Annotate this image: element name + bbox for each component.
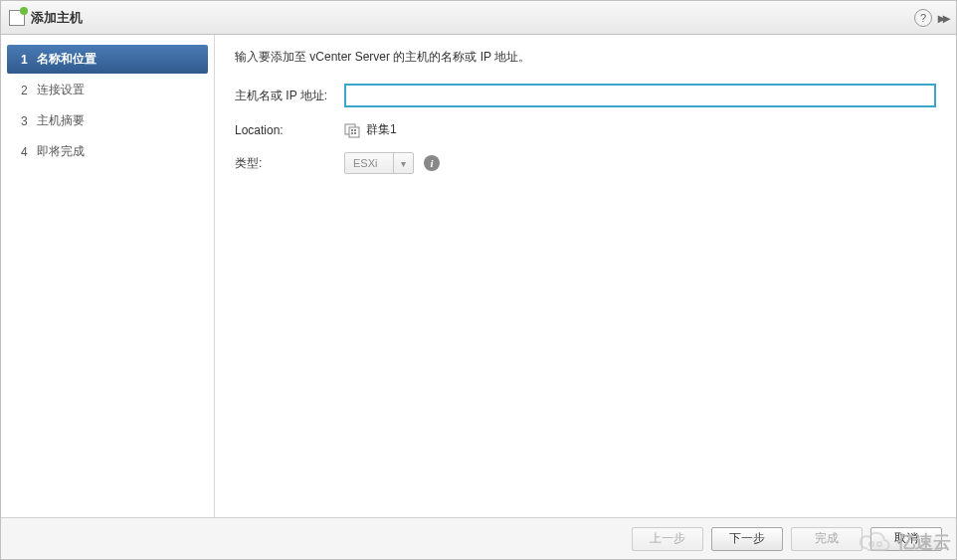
- wizard-step-summary[interactable]: 3 主机摘要: [7, 106, 208, 135]
- wizard-content: 输入要添加至 vCenter Server 的主机的名称或 IP 地址。 主机名…: [215, 35, 956, 517]
- svg-rect-4: [351, 132, 353, 134]
- step-number: 1: [21, 53, 37, 67]
- host-icon: [9, 10, 25, 26]
- svg-rect-5: [354, 132, 356, 134]
- hostname-input[interactable]: [344, 84, 936, 107]
- location-label: Location:: [235, 123, 344, 137]
- wizard-step-connection[interactable]: 2 连接设置: [7, 76, 208, 104]
- info-icon[interactable]: i: [424, 155, 440, 171]
- finish-button[interactable]: 完成: [791, 527, 862, 551]
- cancel-button[interactable]: 取消: [870, 527, 942, 551]
- cluster-icon: [344, 122, 360, 138]
- step-label: 连接设置: [37, 82, 85, 98]
- step-number: 3: [21, 114, 37, 128]
- step-number: 4: [21, 145, 37, 159]
- wizard-step-finish[interactable]: 4 即将完成: [7, 137, 208, 166]
- next-button[interactable]: 下一步: [711, 527, 783, 551]
- step-number: 2: [21, 84, 37, 97]
- titlebar-controls: ? ▸▸: [914, 9, 948, 27]
- step-label: 名称和位置: [37, 51, 96, 68]
- expand-icon[interactable]: ▸▸: [938, 10, 948, 26]
- wizard-sidebar: 1 名称和位置 2 连接设置 3 主机摘要 4 即将完成: [1, 35, 215, 517]
- location-row: Location: 群集1: [235, 121, 936, 138]
- dialog-body: 1 名称和位置 2 连接设置 3 主机摘要 4 即将完成 输入要添加至 vCen…: [1, 35, 956, 517]
- step-label: 即将完成: [37, 143, 85, 160]
- add-host-dialog: 添加主机 ? ▸▸ 1 名称和位置 2 连接设置 3 主机摘要 4 即将完成: [0, 0, 957, 560]
- step-label: 主机摘要: [37, 112, 85, 129]
- help-icon[interactable]: ?: [914, 9, 932, 27]
- instruction-text: 输入要添加至 vCenter Server 的主机的名称或 IP 地址。: [235, 49, 936, 66]
- location-value: 群集1: [344, 121, 397, 138]
- back-button[interactable]: 上一步: [632, 527, 703, 551]
- dialog-title: 添加主机: [31, 9, 914, 27]
- hostname-label: 主机名或 IP 地址:: [235, 88, 344, 104]
- type-select-value: ESXi: [345, 157, 393, 169]
- type-select[interactable]: ESXi ▾: [344, 152, 414, 174]
- svg-rect-2: [351, 129, 353, 131]
- svg-rect-3: [354, 129, 356, 131]
- titlebar: 添加主机 ? ▸▸: [1, 1, 956, 35]
- chevron-down-icon: ▾: [393, 153, 413, 173]
- hostname-row: 主机名或 IP 地址:: [235, 84, 936, 107]
- wizard-step-name-location[interactable]: 1 名称和位置: [7, 45, 208, 74]
- dialog-footer: 上一步 下一步 完成 取消: [1, 517, 956, 559]
- type-row: 类型: ESXi ▾ i: [235, 152, 936, 174]
- location-text: 群集1: [366, 121, 397, 138]
- type-label: 类型:: [235, 155, 344, 172]
